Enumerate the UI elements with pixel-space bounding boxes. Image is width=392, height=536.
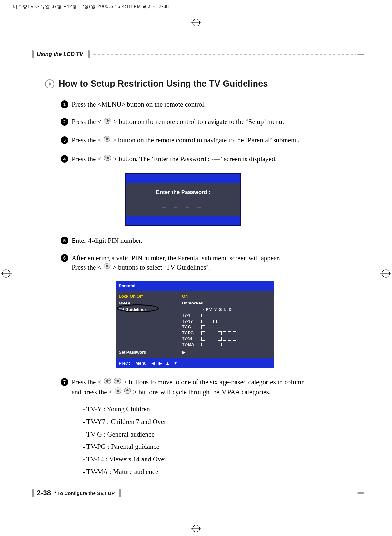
osd-unblocked-value: Unblocked <box>182 300 272 306</box>
header-section-title: Using the LCD TV <box>37 51 83 57</box>
osd-checkbox-icon <box>201 314 205 317</box>
osd-checkbox-icon <box>228 343 231 346</box>
osd-bottom-bar <box>126 216 240 225</box>
osd-checkbox-icon <box>233 337 236 341</box>
step-text: and press the < <box>72 388 113 396</box>
step-text: Press the <MENU> button on the remote co… <box>72 100 338 109</box>
osd-checkbox-icon <box>201 343 205 346</box>
footer-square-icon: ■ <box>54 490 56 494</box>
osd-rating-row: TV-G <box>182 324 272 330</box>
step-number-icon: 3 <box>61 136 68 144</box>
osd-password-label: Enter the Password : <box>126 189 240 196</box>
osd-checkbox-icon <box>228 337 231 341</box>
step-text: > buttons will cycle through the MPAA ca… <box>133 388 270 396</box>
step-text: Press the < <box>72 136 101 144</box>
callout-circle-icon <box>117 304 159 312</box>
osd-menu-title: Parental <box>116 281 274 291</box>
registration-mark-left <box>1 268 12 280</box>
step-number-icon: 5 <box>61 237 68 244</box>
osd-checkbox-icon <box>233 331 236 335</box>
parental-menu-figure: Parental Lock On/Off MPAA TV Guidelines … <box>116 281 338 368</box>
page-number: 2-38 <box>37 489 51 497</box>
section-bullet-icon <box>45 79 54 88</box>
osd-rating-label: TV-Y7 <box>182 318 201 324</box>
step-1: 1 Press the <MENU> button on the remote … <box>61 100 338 109</box>
header-bar-icon <box>32 50 34 58</box>
remote-ch-down-icon: CH <box>103 262 111 272</box>
step-text: Enter 4-digit PIN number. <box>72 236 338 245</box>
osd-checkbox-icon <box>218 337 222 341</box>
header-end-icon <box>357 54 364 55</box>
step-text: > button. The ‘Enter the Password : ----… <box>113 155 277 163</box>
osd-rating-row: TV-PG <box>182 330 272 336</box>
osd-password-field: _ _ _ _ <box>126 200 240 208</box>
step-text: > button on the remote control to naviga… <box>113 118 284 126</box>
registration-mark-bottom <box>191 524 201 535</box>
svg-text:VOL: VOL <box>115 379 118 381</box>
osd-rating-row: TV-14 <box>182 336 272 342</box>
registration-mark-right <box>380 268 391 280</box>
step-text: > buttons to select ‘TV Guidelines’. <box>113 263 210 271</box>
osd-checkbox-icon <box>213 320 217 323</box>
osd-menu-label: Menu <box>136 360 146 366</box>
svg-text:VOL: VOL <box>108 379 111 381</box>
remote-vol-right-icon: VOL <box>113 377 122 387</box>
osd-rating-label: TV-G <box>182 324 201 330</box>
osd-rating-row: TV-Y7 <box>182 318 272 324</box>
remote-vol-right-icon: VOL <box>103 154 112 164</box>
step-4: 4 Press the < VOL > button. The ‘Enter t… <box>61 154 338 164</box>
osd-play-icon: ▶ <box>182 349 272 355</box>
footer-bar-icon <box>32 489 34 497</box>
print-job-label: 미주향TV 매뉴얼 37형 +42형 _2장(영 2005.5.16 4:18 … <box>13 4 169 10</box>
step-7: 7 Press the < VOL VOL > buttons to move … <box>61 377 338 478</box>
osd-checkbox-icon <box>201 325 205 329</box>
osd-rating-row: TV-MA <box>182 342 272 347</box>
step-number-icon: 7 <box>61 378 68 386</box>
rating-desc: - TV-14 : Viewers 14 and Over <box>83 453 338 466</box>
registration-mark-top <box>191 18 201 27</box>
osd-on-value: On <box>182 294 272 299</box>
osd-rating-label: TV-PG <box>182 330 201 336</box>
remote-vol-left-icon: VOL <box>103 377 112 387</box>
footer-row: 2-38 ■ To Configure the SET UP <box>32 489 364 497</box>
step-text: Press the < <box>72 263 101 271</box>
remote-ch-down-icon: CH <box>103 135 111 145</box>
remote-ch-up-icon <box>124 387 131 397</box>
rating-desc: - TV-G : General audience <box>83 428 338 441</box>
osd-checkbox-icon <box>223 343 226 346</box>
osd-checkbox-icon <box>218 343 222 346</box>
header-bar-icon <box>88 50 90 58</box>
step-text: > buttons to move to one of the six age-… <box>123 378 305 386</box>
rating-desc: - TV-Y : Young Children <box>83 403 338 416</box>
remote-ch-down-icon <box>114 387 122 397</box>
osd-checkbox-icon <box>223 337 226 341</box>
header-divider <box>93 54 356 55</box>
step-text: > button on the remote control to naviga… <box>113 136 299 144</box>
osd-setpassword-item: Set Password <box>119 349 177 355</box>
step-number-icon: 2 <box>61 118 68 126</box>
step-text: After entering a valid PIN number, the P… <box>72 254 280 262</box>
step-number-icon: 4 <box>61 155 68 163</box>
osd-checkbox-icon <box>228 331 231 335</box>
osd-prev-label: Prev : <box>119 360 130 366</box>
rating-desc: - TV-PG : Parental guidance <box>83 440 338 453</box>
step-2: 2 Press the < VOL > button on the remote… <box>61 117 338 127</box>
osd-checkbox-icon <box>218 331 222 335</box>
title-row: How to Setup Restriction Using the TV Gu… <box>45 79 364 89</box>
footer-end-icon <box>357 492 364 494</box>
svg-text:VOL: VOL <box>105 156 108 158</box>
password-screen-figure: Enter the Password : _ _ _ _ <box>125 173 338 226</box>
rating-desc: - TV-MA : Mature audience <box>83 466 338 478</box>
header-row: Using the LCD TV <box>32 50 364 58</box>
svg-text:CH: CH <box>106 136 108 138</box>
step-text: Press the < <box>72 155 101 163</box>
step-text: Press the < <box>72 378 101 386</box>
footer-subtitle: To Configure the SET UP <box>57 490 115 496</box>
rating-desc: - TV-Y7 : Children 7 and Over <box>83 416 338 428</box>
osd-lock-item: Lock On/Off <box>119 294 177 299</box>
step-6: 6 After entering a valid PIN number, the… <box>61 253 338 273</box>
osd-checkbox-icon <box>201 331 205 335</box>
osd-checkbox-icon <box>223 331 226 335</box>
remote-vol-right-icon: VOL <box>103 117 112 127</box>
osd-tvguidelines-item: TV Guidelines <box>119 307 177 313</box>
